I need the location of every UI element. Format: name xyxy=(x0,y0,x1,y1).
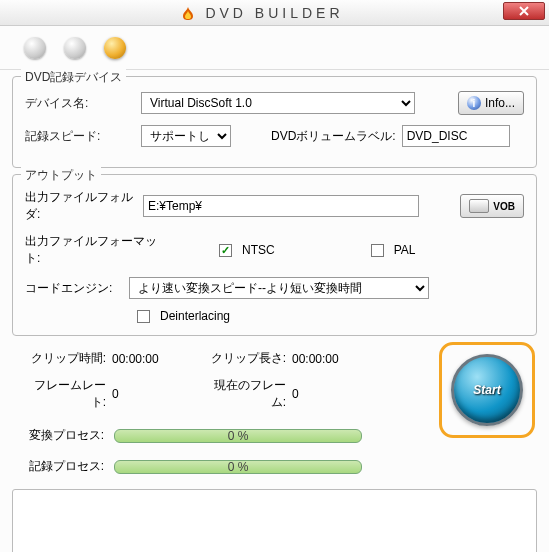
vob-button[interactable]: VOB xyxy=(460,194,524,218)
close-button[interactable] xyxy=(503,2,545,20)
conv-label: 変換プロセス: xyxy=(22,427,114,444)
device-label: デバイス名: xyxy=(25,95,135,112)
device-group: DVD記録デバイス デバイス名: Virtual DiscSoft 1.0 iI… xyxy=(12,76,537,168)
device-select[interactable]: Virtual DiscSoft 1.0 xyxy=(141,92,415,114)
start-button-label: Start xyxy=(473,383,500,397)
ntsc-checkbox[interactable] xyxy=(219,244,232,257)
deinterlacing-checkbox[interactable] xyxy=(137,310,150,323)
conv-progress: 0 % xyxy=(114,429,362,443)
clip-time-label: クリップ時間: xyxy=(22,350,112,367)
ntsc-label: NTSC xyxy=(242,243,275,257)
folder-input[interactable] xyxy=(143,195,419,217)
vob-button-label: VOB xyxy=(493,201,515,212)
volume-label: DVDボリュームラベル: xyxy=(271,128,396,145)
mode-row xyxy=(0,26,549,70)
mode-orb-3[interactable] xyxy=(104,37,126,59)
output-group: アウトプット 出力ファイルフォルダ: VOB 出力ファイルフォーマット: NTS… xyxy=(12,174,537,336)
log-area[interactable] xyxy=(12,489,537,552)
deinterlacing-label: Deinterlacing xyxy=(160,309,230,323)
info-button[interactable]: iInfo... xyxy=(458,91,524,115)
clip-len-value: 00:00:00 xyxy=(292,352,382,366)
engine-select[interactable]: より速い変換スピード--より短い変換時間 xyxy=(129,277,429,299)
start-highlight: Start xyxy=(439,342,535,438)
mode-orb-1[interactable] xyxy=(24,37,46,59)
info-button-label: Info... xyxy=(485,96,515,110)
engine-label: コードエンジン: xyxy=(25,280,123,297)
rec-progress-text: 0 % xyxy=(228,460,249,474)
format-label: 出力ファイルフォーマット: xyxy=(25,233,161,267)
framerate-label: フレームレート: xyxy=(22,377,112,411)
rec-label: 記録プロセス: xyxy=(22,458,114,475)
clip-time-value: 00:00:00 xyxy=(112,352,202,366)
start-button[interactable]: Start xyxy=(451,354,523,426)
volume-input[interactable] xyxy=(402,125,510,147)
folder-label: 出力ファイルフォルダ: xyxy=(25,189,137,223)
framerate-value: 0 xyxy=(112,387,202,401)
curframe-label: 現在のフレーム: xyxy=(202,377,292,411)
mode-orb-2[interactable] xyxy=(64,37,86,59)
folder-icon xyxy=(469,199,489,213)
pal-label: PAL xyxy=(394,243,416,257)
device-group-legend: DVD記録デバイス xyxy=(21,69,126,86)
app-icon xyxy=(180,5,196,21)
titlebar: DVD BUILDER xyxy=(0,0,549,26)
window-title: DVD BUILDER xyxy=(205,5,343,21)
speed-label: 記録スピード: xyxy=(25,128,135,145)
pal-checkbox[interactable] xyxy=(371,244,384,257)
clip-len-label: クリップ長さ: xyxy=(202,350,292,367)
curframe-value: 0 xyxy=(292,387,382,401)
stats-area: クリップ時間: 00:00:00 クリップ長さ: 00:00:00 フレームレー… xyxy=(0,342,549,475)
conv-progress-text: 0 % xyxy=(228,429,249,443)
rec-progress: 0 % xyxy=(114,460,362,474)
speed-select[interactable]: サポートしていませ xyxy=(141,125,231,147)
output-group-legend: アウトプット xyxy=(21,167,101,184)
close-icon xyxy=(519,6,529,16)
info-icon: i xyxy=(467,96,481,110)
